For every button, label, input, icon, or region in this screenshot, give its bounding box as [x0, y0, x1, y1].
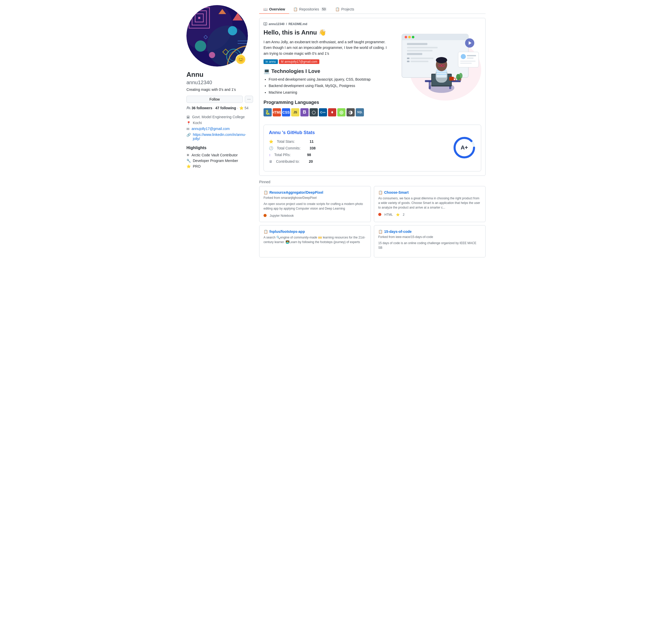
- lang-dot-0: [264, 214, 267, 218]
- highlight-developer-text: Developer Program Member: [193, 159, 238, 163]
- readme-illustration: [394, 29, 481, 101]
- tab-overview-label: Overview: [269, 7, 285, 11]
- following-link[interactable]: 47 following: [215, 106, 236, 110]
- stars-count: 54: [245, 106, 249, 110]
- stats-left: Annu 's GitHub Stats ⭐ Total Stars: 11 🕐…: [269, 130, 315, 166]
- tech-list: Front-end development using Javascript, …: [264, 76, 390, 96]
- pinned-card-footsteps: 📋 fnplus/footsteps-app A search 🔍engine …: [259, 225, 371, 257]
- follow-button[interactable]: Follow: [187, 96, 243, 103]
- following-label: following: [220, 106, 236, 110]
- cpp-icon: C++: [319, 108, 327, 117]
- detail-email: ✉ annujolly17@gmail.com: [187, 126, 253, 132]
- highlights-title: Highlights: [187, 146, 253, 150]
- svg-rect-30: [407, 57, 409, 59]
- pinned-card-title-3[interactable]: 15-days-of-code: [384, 229, 411, 234]
- svg-rect-28: [407, 50, 433, 51]
- stat-prs-label: Total PRs:: [274, 153, 305, 157]
- readme-icon: [264, 22, 267, 26]
- followers-count[interactable]: 36 followers: [192, 106, 212, 110]
- stars-icon-small: ⭐: [239, 106, 243, 110]
- lang-name-0: Jupyter Notebook: [270, 214, 294, 218]
- readme-title: Hello, this is Annu 👋: [264, 29, 390, 36]
- gmail-badge[interactable]: M annujolly17@gmail.com: [279, 59, 319, 64]
- svg-point-24: [408, 36, 411, 39]
- pinned-card-header-2: 📋 fnplus/footsteps-app: [264, 229, 366, 234]
- pr-icon: ↕: [269, 153, 271, 157]
- building-icon: 🏛: [187, 115, 190, 119]
- linkedin-badge[interactable]: in annu: [264, 59, 278, 64]
- star-stat-icon: ⭐: [269, 140, 273, 144]
- pinned-card-title-0[interactable]: ResourceAggregator/DeepPixel: [269, 191, 323, 195]
- clock-icon: 🕐: [269, 146, 273, 150]
- pinned-card-header-3: 📋 15-days-of-code: [378, 229, 481, 234]
- stat-contributed-value: 20: [309, 159, 313, 163]
- repos-badge: 53: [321, 7, 327, 11]
- pinned-card-title-1[interactable]: Choose-Smart: [384, 191, 409, 195]
- pinned-card-title-2[interactable]: fnplus/footsteps-app: [269, 229, 305, 234]
- stat-commits-row: 🕐 Total Commits: 338: [269, 146, 315, 150]
- svg-point-56: [436, 57, 447, 63]
- star-icon: ⭐: [187, 164, 191, 168]
- link-icon: 🔗: [187, 133, 191, 137]
- pinned-card-header-1: 📋 Choose-Smart: [378, 191, 481, 195]
- profile-details: 🏛 Govt. Model Engineering College 📍 Koch…: [187, 114, 253, 142]
- repo-icon-1: 📋: [378, 191, 383, 195]
- followers-link[interactable]: 36 followers: [192, 106, 212, 110]
- stars-count-1: 2: [403, 213, 405, 217]
- svg-point-25: [412, 36, 414, 39]
- tab-repositories[interactable]: 📋 Repositories 53: [289, 5, 331, 14]
- svg-point-10: [228, 26, 237, 35]
- detail-location-text: Kochi: [193, 121, 202, 125]
- illustration-svg: [394, 29, 481, 101]
- pinned-card-header-0: 📋 ResourceAggregator/DeepPixel: [264, 191, 366, 195]
- lang-name-1: HTML: [384, 213, 393, 217]
- svg-rect-40: [467, 55, 476, 56]
- pinned-card-deep-pixel: 📋 ResourceAggregator/DeepPixel Forked fr…: [259, 186, 371, 222]
- tab-overview[interactable]: 📖 Overview: [259, 5, 289, 14]
- more-options-button[interactable]: ···: [245, 96, 253, 103]
- pinned-desc-3: 15 days of code is an online coding chal…: [378, 241, 481, 250]
- profile-bio: Creating magic with 0's and 1's: [187, 87, 253, 92]
- tab-repos-label: Repositories: [299, 7, 319, 11]
- linkedin-icon: in: [266, 60, 268, 64]
- stat-contributed-label: Contributed to:: [276, 159, 307, 163]
- pinned-meta-0: Jupyter Notebook: [264, 214, 366, 218]
- website-link[interactable]: https://www.linkedin.com/in/annu-jolly/: [193, 132, 253, 141]
- svg-rect-60: [449, 77, 454, 81]
- svg-rect-31: [410, 57, 434, 59]
- followers-num: 36: [192, 106, 196, 110]
- people-icon: [187, 106, 191, 110]
- svg-rect-42: [460, 61, 476, 62]
- svg-rect-32: [407, 61, 409, 62]
- svg-point-63: [459, 73, 462, 79]
- svg-point-12: [209, 52, 215, 58]
- svg-point-23: [405, 36, 407, 39]
- highlight-pro-text: PRO: [193, 164, 200, 168]
- following-count[interactable]: 47 following: [215, 106, 236, 110]
- tab-projects[interactable]: 📋 Projects: [331, 5, 358, 14]
- svg-point-11: [195, 41, 206, 52]
- lang-dot-1: [378, 213, 381, 217]
- readme-card: annu12340 / README.md Hello, this is Ann…: [259, 18, 485, 176]
- projects-icon: 📋: [335, 7, 340, 11]
- svg-rect-22: [402, 37, 469, 40]
- detail-org-text: Govt. Model Engineering College: [192, 115, 245, 119]
- stat-commits-value: 338: [310, 146, 315, 150]
- sidebar: 😊 Annu annu12340 Creating magic with 0's…: [187, 5, 253, 257]
- pinned-desc-1: As consumers, we face a great dilemma in…: [378, 196, 481, 210]
- email-link[interactable]: annujolly17@gmail.com: [192, 127, 230, 131]
- stat-stars-row: ⭐ Total Stars: 11: [269, 140, 315, 144]
- badge-row: in annu M annujolly17@gmail.com: [264, 59, 390, 64]
- tech-item-0: Front-end development using Javascript, …: [269, 76, 390, 83]
- followers-row: 36 followers · 47 following · ⭐ 54: [187, 106, 253, 110]
- highlight-arctic: ✳ Arctic Code Vault Contributor: [187, 152, 253, 158]
- stat-prs-row: ↕ Total PRs: 98: [269, 153, 315, 157]
- detail-org: 🏛 Govt. Model Engineering College: [187, 114, 253, 120]
- css3-icon: CSS: [282, 108, 290, 117]
- svg-rect-53: [436, 72, 447, 73]
- tech-item-1: Backend development using Flask, MySQL, …: [269, 83, 390, 89]
- pinned-desc-0: An open source project used to create sc…: [264, 202, 366, 211]
- detail-link: 🔗 https://www.linkedin.com/in/annu-jolly…: [187, 132, 253, 142]
- pinned-section: Pinned 📋 ResourceAggregator/DeepPixel Fo…: [259, 180, 485, 257]
- svg-rect-38: [458, 52, 479, 67]
